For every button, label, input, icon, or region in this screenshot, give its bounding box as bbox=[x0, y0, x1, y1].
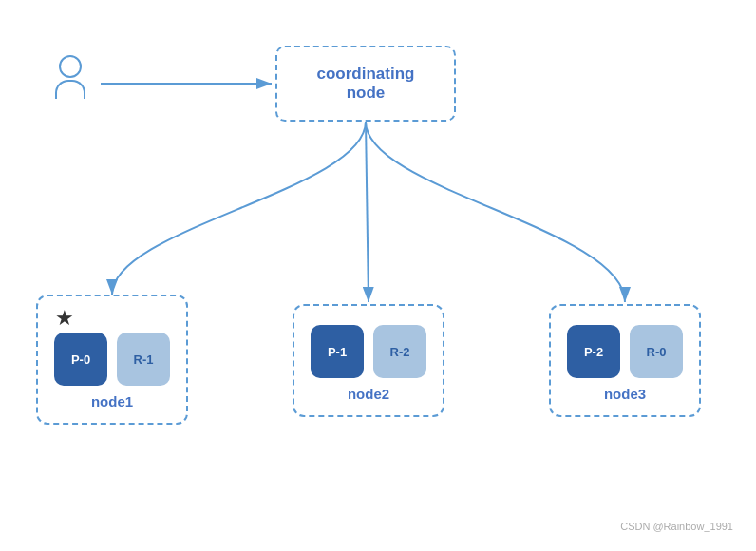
shard-row-node2: P-1 R-2 bbox=[311, 325, 426, 378]
cluster-node3: P-2 R-0 node3 bbox=[549, 304, 701, 417]
cluster-label-node2: node2 bbox=[348, 386, 389, 402]
cluster-node1: ★ P-0 R-1 node1 bbox=[36, 294, 188, 425]
cluster-label-node3: node3 bbox=[604, 386, 646, 402]
shard-primary-node2: P-1 bbox=[311, 325, 364, 378]
svg-line-2 bbox=[366, 122, 369, 302]
shard-row-node1: P-0 R-1 bbox=[54, 332, 170, 386]
person-body bbox=[55, 80, 85, 99]
person-icon bbox=[55, 55, 85, 99]
watermark: CSDN @Rainbow_1991 bbox=[620, 521, 733, 532]
shard-replica-node3: R-0 bbox=[630, 325, 683, 378]
coord-label: coordinating node bbox=[317, 65, 415, 103]
cluster-node2: P-1 R-2 node2 bbox=[293, 304, 444, 417]
person-head bbox=[59, 55, 82, 78]
diagram: coordinating node ★ P-0 R-1 node1 P-1 R-… bbox=[0, 0, 756, 551]
shard-replica-node1: R-1 bbox=[117, 332, 170, 386]
shard-row-node3: P-2 R-0 bbox=[567, 325, 683, 378]
shard-replica-node2: R-2 bbox=[373, 325, 426, 378]
cluster-label-node1: node1 bbox=[91, 393, 133, 409]
star-icon: ★ bbox=[55, 306, 74, 331]
shard-primary-node3: P-2 bbox=[567, 325, 620, 378]
coordinating-node: coordinating node bbox=[275, 46, 456, 122]
shard-primary-node1: P-0 bbox=[54, 332, 107, 386]
